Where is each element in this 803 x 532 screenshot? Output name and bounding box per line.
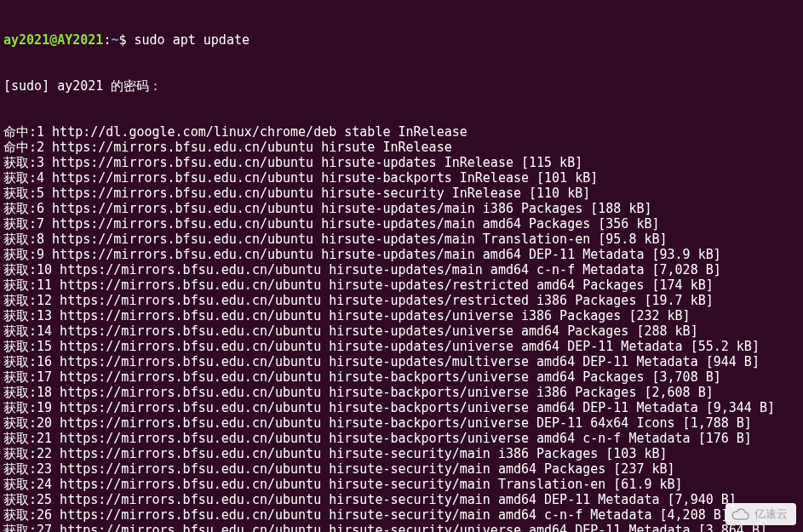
apt-line: 获取:14 https://mirrors.bfsu.edu.cn/ubuntu… xyxy=(3,323,800,339)
apt-line: 获取:27 https://mirrors.bfsu.edu.cn/ubuntu… xyxy=(3,523,800,532)
apt-output-lines: 命中:1 http://dl.google.com/linux/chrome/d… xyxy=(3,124,800,532)
apt-line: 获取:12 https://mirrors.bfsu.edu.cn/ubuntu… xyxy=(3,293,800,308)
apt-line: 获取:7 https://mirrors.bfsu.edu.cn/ubuntu … xyxy=(3,216,800,232)
sudo-password-prompt: [sudo] ay2021 的密码： xyxy=(3,78,800,94)
apt-line: 获取:6 https://mirrors.bfsu.edu.cn/ubuntu … xyxy=(3,201,800,216)
prompt-dollar: $ xyxy=(118,32,134,48)
apt-line: 获取:15 https://mirrors.bfsu.edu.cn/ubuntu… xyxy=(3,339,800,354)
command-text: sudo apt update xyxy=(135,32,250,48)
apt-line: 获取:22 https://mirrors.bfsu.edu.cn/ubuntu… xyxy=(3,446,800,461)
apt-line: 获取:17 https://mirrors.bfsu.edu.cn/ubuntu… xyxy=(3,369,800,385)
apt-line: 获取:4 https://mirrors.bfsu.edu.cn/ubuntu … xyxy=(3,170,800,186)
apt-line: 获取:11 https://mirrors.bfsu.edu.cn/ubuntu… xyxy=(3,277,800,293)
apt-line: 获取:13 https://mirrors.bfsu.edu.cn/ubuntu… xyxy=(3,308,800,323)
apt-line: 获取:24 https://mirrors.bfsu.edu.cn/ubuntu… xyxy=(3,477,800,492)
apt-line: 获取:19 https://mirrors.bfsu.edu.cn/ubuntu… xyxy=(3,400,800,415)
apt-line: 命中:2 https://mirrors.bfsu.edu.cn/ubuntu … xyxy=(3,140,800,155)
prompt-at: @ xyxy=(49,32,57,48)
apt-line: 获取:16 https://mirrors.bfsu.edu.cn/ubuntu… xyxy=(3,354,800,369)
terminal-output[interactable]: ay2021@AY2021:~$ sudo apt update [sudo] … xyxy=(0,0,803,532)
apt-line: 获取:10 https://mirrors.bfsu.edu.cn/ubuntu… xyxy=(3,262,800,277)
prompt-host: AY2021 xyxy=(57,32,103,48)
apt-line: 获取:23 https://mirrors.bfsu.edu.cn/ubuntu… xyxy=(3,461,800,477)
apt-line: 获取:21 https://mirrors.bfsu.edu.cn/ubuntu… xyxy=(3,431,800,446)
prompt-user: ay2021 xyxy=(3,32,49,48)
apt-line: 获取:26 https://mirrors.bfsu.edu.cn/ubuntu… xyxy=(3,507,800,523)
apt-line: 获取:20 https://mirrors.bfsu.edu.cn/ubuntu… xyxy=(3,415,800,431)
apt-line: 获取:8 https://mirrors.bfsu.edu.cn/ubuntu … xyxy=(3,232,800,247)
apt-line: 获取:3 https://mirrors.bfsu.edu.cn/ubuntu … xyxy=(3,155,800,170)
watermark-text: 亿速云 xyxy=(754,506,788,522)
apt-line: 获取:5 https://mirrors.bfsu.edu.cn/ubuntu … xyxy=(3,186,800,201)
apt-line: 获取:18 https://mirrors.bfsu.edu.cn/ubuntu… xyxy=(3,385,800,400)
watermark-badge: 亿速云 xyxy=(726,503,796,525)
cloud-icon xyxy=(731,508,749,520)
apt-line: 获取:25 https://mirrors.bfsu.edu.cn/ubuntu… xyxy=(3,492,800,507)
prompt-line: ay2021@AY2021:~$ sudo apt update xyxy=(3,32,800,48)
apt-line: 命中:1 http://dl.google.com/linux/chrome/d… xyxy=(3,124,800,140)
apt-line: 获取:9 https://mirrors.bfsu.edu.cn/ubuntu … xyxy=(3,247,800,262)
